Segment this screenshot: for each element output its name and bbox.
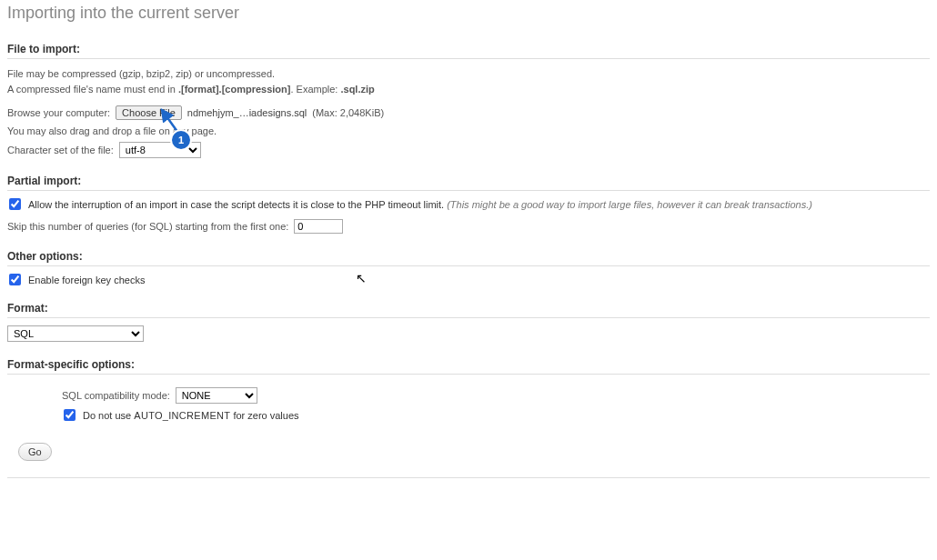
foreign-key-checkbox[interactable] <box>9 274 21 285</box>
bottom-divider <box>7 477 930 478</box>
file-note-line2c: . Example: <box>290 84 340 95</box>
sql-compat-select[interactable]: NONE <box>176 387 257 404</box>
file-note-line2a: A compressed file's name must end in <box>7 84 178 95</box>
file-note-format: .[format].[compression] <box>178 84 290 95</box>
no-autoincrement-checkbox[interactable] <box>64 409 76 421</box>
selected-filename: ndmehjym_…iadesigns.sql <box>187 107 307 118</box>
allow-interrupt-hint: (This might be a good way to import larg… <box>447 199 812 210</box>
no-autoincrement-label: Do not use AUTO_INCREMENT for zero value… <box>83 410 299 421</box>
legend-format: Format: <box>7 302 930 318</box>
skip-queries-input[interactable] <box>294 219 343 234</box>
skip-queries-label: Skip this number of queries (for SQL) st… <box>7 221 288 232</box>
legend-partial-import: Partial import: <box>7 175 930 191</box>
max-size-label: (Max: 2,048KiB) <box>312 107 384 118</box>
legend-format-specific: Format-specific options: <box>7 358 930 375</box>
annotation-marker-1: 1 <box>172 131 190 149</box>
file-note-line1: File may be compressed (gzip, bzip2, zip… <box>7 68 275 79</box>
choose-file-button[interactable]: Choose File <box>116 105 182 120</box>
allow-interrupt-checkbox[interactable] <box>9 198 21 210</box>
dragdrop-hint: You may also drag and drop a file on any… <box>7 125 930 136</box>
page-title: Importing into the current server <box>7 0 930 23</box>
browse-label: Browse your computer: <box>7 107 110 118</box>
charset-label: Character set of the file: <box>7 145 114 155</box>
file-note-example: .sql.zip <box>340 84 374 95</box>
sql-compat-label: SQL compatibility mode: <box>62 390 170 401</box>
legend-other-options: Other options: <box>7 250 930 266</box>
foreign-key-label: Enable foreign key checks <box>28 275 145 285</box>
allow-interrupt-label: Allow the interruption of an import in c… <box>28 199 447 210</box>
go-button[interactable]: Go <box>18 443 52 461</box>
format-select[interactable]: SQL <box>7 325 144 342</box>
legend-file-to-import: File to import: <box>7 43 930 59</box>
file-compress-note: File may be compressed (gzip, bzip2, zip… <box>7 66 930 96</box>
